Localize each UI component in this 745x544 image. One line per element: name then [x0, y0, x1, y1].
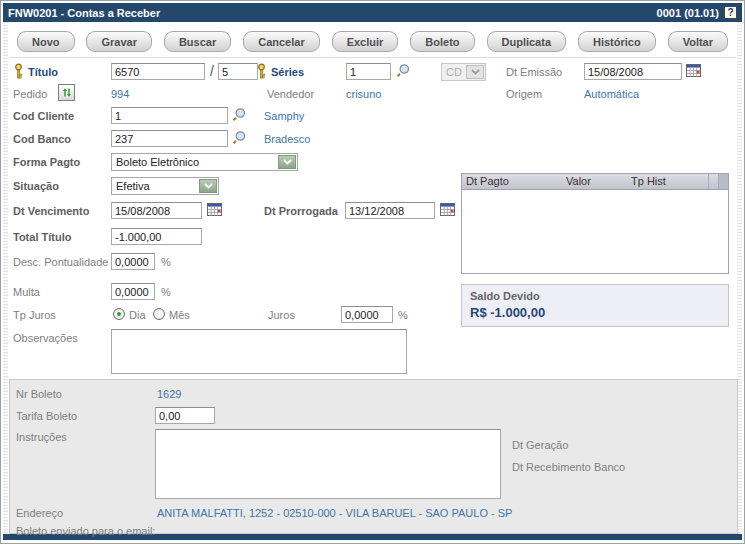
- col-valor: Valor: [562, 174, 627, 189]
- dt-geracao-label: Dt Geração: [512, 439, 568, 451]
- multa-label: Multa: [13, 286, 40, 298]
- window-title: FNW0201 - Contas a Receber: [8, 7, 160, 19]
- pedido-label: Pedido: [13, 88, 47, 100]
- calendar-icon[interactable]: [686, 64, 701, 77]
- version-label: 0001 (01.01): [657, 7, 719, 19]
- dt-prorrogada-label: Dt Prorrogada: [264, 205, 338, 217]
- origem-label: Origem: [506, 88, 542, 100]
- dt-emissao-input[interactable]: [584, 63, 682, 80]
- percent-sign: %: [398, 309, 408, 321]
- nr-boleto-label: Nr Boleto: [16, 388, 62, 400]
- toolbar-separator: [9, 57, 736, 58]
- desc-pontualidade-input[interactable]: [111, 253, 155, 270]
- chevron-down-icon[interactable]: [278, 155, 296, 169]
- chevron-down-icon: [466, 65, 484, 79]
- percent-sign: %: [161, 256, 171, 268]
- title-bar: FNW0201 - Contas a Receber 0001 (01.01) …: [3, 3, 742, 22]
- juros-input[interactable]: [341, 306, 393, 323]
- forma-pagto-label: Forma Pagto: [13, 156, 80, 168]
- gravar-button[interactable]: Gravar: [86, 31, 151, 52]
- parcela-input[interactable]: [218, 63, 258, 80]
- juros-label: Juros: [268, 309, 295, 321]
- novo-button[interactable]: Novo: [17, 31, 75, 52]
- cliente-search-icon[interactable]: [232, 107, 247, 122]
- banco-nome-value: Bradesco: [264, 133, 310, 145]
- saldo-devido-box: Saldo Devido R$ -1.000,00: [461, 284, 729, 327]
- excluir-button[interactable]: Excluir: [332, 31, 399, 52]
- pagamentos-table: Dt Pagto Valor Tp Hist: [461, 173, 729, 274]
- voltar-button[interactable]: Voltar: [668, 31, 728, 52]
- table-scrollbar-cell: [718, 174, 728, 189]
- titulo-separator: /: [210, 63, 214, 79]
- col-dt-pagto: Dt Pagto: [462, 174, 562, 189]
- chevron-down-icon[interactable]: [199, 179, 217, 193]
- key-icon: [13, 63, 24, 79]
- calendar-icon[interactable]: [207, 203, 222, 216]
- tipo-value: CD: [446, 66, 462, 78]
- radio-mes[interactable]: [153, 308, 165, 320]
- origem-value: Automática: [584, 88, 639, 100]
- endereco-value: ANITA MALFATTI, 1252 - 02510-000 - VILA …: [157, 507, 512, 519]
- window-frame-left: [3, 22, 8, 533]
- tipo-select: CD: [441, 63, 486, 81]
- boleto-section: Nr Boleto 1629 Tarifa Boleto Instruções …: [9, 379, 738, 534]
- saldo-devido-label: Saldo Devido: [470, 290, 540, 302]
- radio-dia[interactable]: [113, 308, 125, 320]
- cod-banco-input[interactable]: [111, 130, 228, 147]
- tp-juros-label: Tp Juros: [13, 309, 56, 321]
- pagamentos-table-body[interactable]: [462, 190, 728, 273]
- vendedor-value: crisuno: [346, 88, 381, 100]
- dia-label: Dia: [129, 309, 146, 321]
- col-tp-hist: Tp Hist: [627, 174, 708, 189]
- titulo-input[interactable]: [111, 63, 205, 80]
- pedido-refresh-icon[interactable]: [58, 84, 75, 101]
- cod-banco-label: Cod Banco: [13, 133, 71, 145]
- banco-search-icon[interactable]: [232, 130, 247, 145]
- cancelar-button[interactable]: Cancelar: [243, 31, 319, 52]
- duplicata-button[interactable]: Duplicata: [487, 31, 567, 52]
- pagamentos-table-header: Dt Pagto Valor Tp Hist: [462, 174, 728, 190]
- app-window: FNW0201 - Contas a Receber 0001 (01.01) …: [0, 0, 745, 544]
- series-label: Séries: [271, 66, 304, 78]
- buscar-button[interactable]: Buscar: [164, 31, 231, 52]
- cod-cliente-input[interactable]: [111, 107, 228, 124]
- dt-recebimento-banco-label: Dt Recebimento Banco: [512, 461, 625, 473]
- vendedor-label: Vendedor: [267, 88, 314, 100]
- cliente-nome-value: Samphy: [264, 110, 304, 122]
- tarifa-boleto-input[interactable]: [155, 407, 215, 424]
- percent-sign: %: [161, 286, 171, 298]
- key-icon: [256, 63, 267, 79]
- help-icon[interactable]: ?: [724, 6, 737, 19]
- toolbar: Novo Gravar Buscar Cancelar Excluir Bole…: [17, 31, 728, 52]
- situacao-label: Situação: [13, 180, 59, 192]
- table-scrollbar-cell: [708, 174, 718, 189]
- total-titulo-input[interactable]: [111, 228, 202, 245]
- titulo-label: Título: [28, 66, 58, 78]
- tarifa-boleto-label: Tarifa Boleto: [16, 410, 77, 422]
- dt-emissao-label: Dt Emissão: [506, 66, 562, 78]
- historico-button[interactable]: Histórico: [578, 31, 656, 52]
- situacao-value: Efetiva: [116, 180, 150, 192]
- pedido-value: 994: [111, 88, 129, 100]
- instrucoes-label: Instruções: [16, 431, 67, 443]
- observacoes-textarea[interactable]: [111, 329, 407, 374]
- situacao-select[interactable]: Efetiva: [111, 177, 219, 195]
- dt-vencimento-label: Dt Vencimento: [13, 205, 89, 217]
- dt-vencimento-input[interactable]: [111, 202, 202, 219]
- dt-prorrogada-input[interactable]: [345, 202, 435, 219]
- calendar-icon[interactable]: [440, 203, 455, 216]
- forma-pagto-select[interactable]: Boleto Eletrônico: [111, 153, 298, 171]
- desc-pontualidade-label: Desc. Pontualidade: [13, 256, 108, 268]
- multa-input[interactable]: [111, 283, 155, 300]
- observacoes-label: Observações: [13, 332, 78, 344]
- endereco-label: Endereço: [16, 507, 63, 519]
- series-search-icon[interactable]: [396, 63, 411, 78]
- total-titulo-label: Total Título: [13, 231, 71, 243]
- boleto-button[interactable]: Boleto: [410, 31, 474, 52]
- series-input[interactable]: [346, 63, 391, 80]
- nr-boleto-value: 1629: [157, 388, 181, 400]
- mes-label: Mês: [169, 309, 190, 321]
- saldo-devido-value: R$ -1.000,00: [470, 305, 545, 320]
- cod-cliente-label: Cod Cliente: [13, 110, 74, 122]
- instrucoes-textarea[interactable]: [155, 429, 501, 499]
